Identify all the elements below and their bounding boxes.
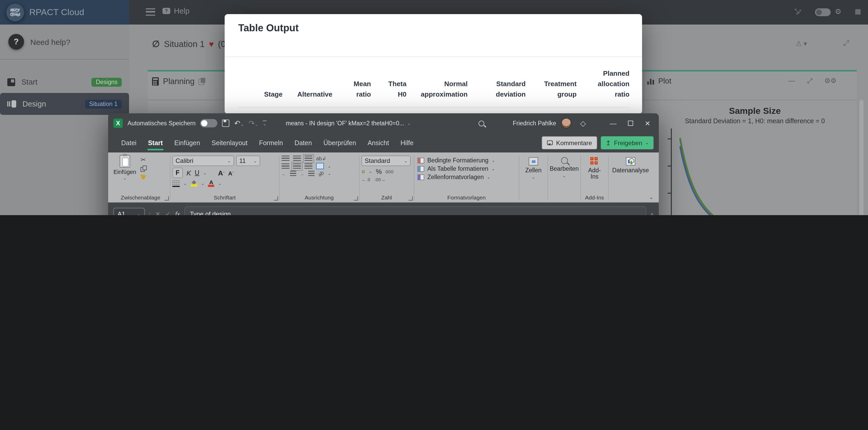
dialog-launcher-icon[interactable] [408, 196, 413, 200]
fullscreen-icon[interactable]: ⤡⤢ [795, 8, 802, 16]
settings-gear-icon[interactable]: ⚙ [835, 8, 841, 15]
number-format-select[interactable]: Standard⌄ [362, 156, 411, 166]
redo-icon[interactable]: ↷⌄ [249, 119, 258, 127]
bold-button[interactable]: F [173, 168, 183, 178]
format-as-table-button[interactable]: Als Tabelle formatieren ⌄ [417, 166, 517, 172]
cut-scissors-icon[interactable]: ✂ [141, 157, 147, 163]
autosave-toggle[interactable] [200, 119, 218, 127]
hamburger-menu-icon[interactable] [146, 8, 155, 16]
document-title-dropdown[interactable]: means - IN design 'OF' kMax=2 thetaH0=0.… [286, 120, 411, 126]
collapse-ribbon-icon[interactable]: ⌄ [649, 194, 654, 200]
plot-settings-gears-icon[interactable]: ⚙⚙ [825, 77, 837, 85]
align-center-icon[interactable] [293, 163, 301, 169]
designs-badge: Designs [92, 77, 122, 87]
decrease-decimal-button[interactable]: .00→ [374, 177, 386, 182]
grow-font-button[interactable]: Aˆ [218, 168, 225, 177]
formula-input[interactable]: Type of design [184, 206, 646, 215]
situation-title: Situation 1 [164, 39, 205, 49]
collapse-formula-bar-icon[interactable]: ˄ [650, 211, 654, 215]
ribbon-tab-daten[interactable]: Daten [289, 133, 318, 153]
orientation-icon[interactable]: ab↲ [316, 156, 326, 161]
undo-icon[interactable]: ↶⌄ [234, 119, 244, 127]
plot-minimize-icon[interactable]: — [788, 77, 795, 85]
format-painter-icon[interactable] [141, 174, 146, 179]
app-title: RPACT Cloud [29, 7, 84, 18]
font-color-button[interactable]: A [208, 179, 214, 187]
quick-access-customize-icon[interactable]: ⌄ [263, 120, 267, 126]
dialog-launcher-icon[interactable] [164, 196, 169, 200]
help-chat-icon: ? [162, 8, 170, 14]
expand-panel-icon[interactable]: ⤢ [843, 39, 849, 47]
ribbon-tab-start[interactable]: Start [142, 133, 168, 153]
dialog-launcher-icon[interactable] [274, 196, 278, 200]
copy-icon[interactable] [141, 166, 147, 172]
cancel-icon[interactable]: ✕ [155, 210, 160, 215]
share-button[interactable]: ↥ Freigeben ⌄ [601, 136, 654, 149]
addins-button[interactable]: Add-Ins [583, 155, 606, 194]
accounting-format-icon[interactable]: ¤ [362, 168, 365, 175]
ribbon-tab-datei[interactable]: Datei [116, 133, 142, 153]
data-analysis-button[interactable]: Datenanalyse [611, 155, 650, 194]
increase-decimal-button[interactable]: ←.0 [362, 177, 370, 182]
window-maximize-button[interactable] [628, 121, 633, 126]
comma-style-button[interactable]: 000 [385, 169, 394, 174]
page-scrollbar[interactable] [859, 100, 864, 215]
avatar[interactable] [561, 118, 571, 128]
decrease-indent-icon[interactable]: ← [282, 171, 286, 176]
sidebar-item-start[interactable]: Start Designs [0, 71, 129, 93]
help-button[interactable]: ? Help [162, 7, 190, 15]
font-size-select[interactable]: 11⌄ [236, 156, 260, 166]
comments-button[interactable]: Kommentare [542, 136, 597, 149]
name-box[interactable]: A1 ⌄ [113, 207, 145, 215]
window-close-button[interactable]: ✕ [645, 119, 650, 127]
clipboard-group: Einfügen ⌄ ✂ Zwischenablage [111, 154, 170, 202]
excel-titlebar: X Automatisches Speichern ↶⌄ ↷⌄ ⌄ means … [108, 113, 659, 133]
align-middle-icon[interactable] [293, 156, 301, 161]
warning-dropdown[interactable]: ⚠ ▾ [796, 40, 807, 47]
percent-style-button[interactable]: % [376, 168, 382, 175]
enter-check-icon[interactable]: ✓ [165, 210, 170, 215]
align-bottom-icon[interactable] [305, 156, 312, 161]
underline-button[interactable]: U [195, 169, 199, 176]
plot-expand-icon[interactable]: ⤢ [807, 77, 813, 85]
rotate-text-icon[interactable]: ab [317, 170, 325, 177]
need-help-link[interactable]: ? Need help? [0, 25, 129, 58]
shrink-font-button[interactable]: Aˇ [228, 168, 234, 177]
theme-toggle[interactable] [815, 8, 831, 16]
borders-button[interactable] [173, 180, 180, 187]
editing-button[interactable]: Bearbeiten ⌄ [550, 155, 578, 194]
ribbon-tab-ansicht[interactable]: Ansicht [362, 133, 395, 153]
premium-diamond-icon[interactable]: ◇ [580, 119, 586, 127]
cells-button[interactable]: Zellen ⌄ [521, 155, 546, 194]
paste-button[interactable]: Einfügen ⌄ [113, 155, 136, 194]
dialog-launcher-icon[interactable] [354, 196, 358, 200]
font-name-select[interactable]: Calibri⌄ [173, 156, 234, 166]
save-icon[interactable] [222, 120, 229, 127]
search-icon[interactable] [478, 120, 484, 126]
planning-panel-header: Planning [152, 77, 206, 86]
insert-function-icon[interactable]: fx [175, 210, 180, 215]
cell-styles-button[interactable]: Zellenformatvorlagen ⌄ [417, 174, 517, 180]
increase-indent-icon[interactable]: → [300, 171, 305, 176]
modal-column-header: Planned allocation ratio [583, 68, 629, 100]
favorite-heart-icon[interactable]: ♥ [209, 39, 214, 49]
align-top-icon[interactable] [282, 156, 289, 161]
merge-center-icon[interactable] [316, 163, 324, 169]
comment-bubble-icon [547, 140, 553, 145]
ribbon-tab-überprüfen[interactable]: Überprüfen [318, 133, 362, 153]
window-minimize-button[interactable]: — [610, 119, 616, 127]
ribbon-tab-formeln[interactable]: Formeln [253, 133, 289, 153]
copy-icon[interactable] [199, 78, 206, 85]
align-left-icon[interactable] [282, 163, 289, 169]
align-right-icon[interactable] [305, 163, 312, 169]
ribbon-tab-einfügen[interactable]: Einfügen [168, 133, 206, 153]
sidebar-item-design[interactable]: Design Situation 1 [0, 93, 129, 115]
ribbon-tab-seitenlayout[interactable]: Seitenlayout [206, 133, 253, 153]
modal-table-header-underline [238, 107, 628, 107]
italic-button[interactable]: K [186, 169, 191, 177]
fill-color-button[interactable] [190, 180, 197, 187]
ribbon-tab-hilfe[interactable]: Hilfe [395, 133, 419, 153]
apps-grid-icon[interactable]: ▦ [855, 8, 861, 15]
excel-app-icon: X [113, 119, 123, 128]
conditional-formatting-button[interactable]: Bedingte Formatierung ⌄ [417, 157, 517, 163]
